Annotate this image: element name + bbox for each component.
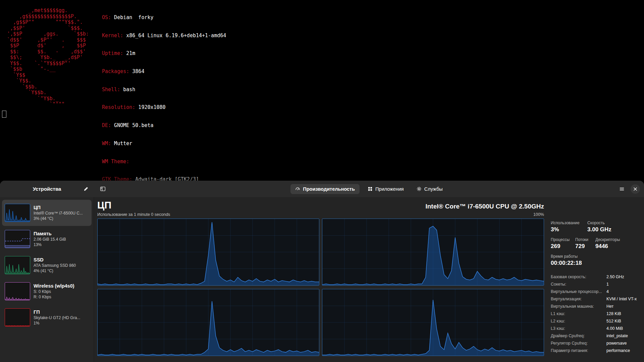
ssd-item-text: SSD ATA Samsung SSD 860 4% (41 °C)	[34, 257, 76, 273]
terminal-cursor[interactable]	[2, 111, 6, 118]
threads-label: Потоки	[575, 237, 595, 242]
info-line: WM: Mutter	[102, 141, 238, 147]
tab-performance-label: Производительность	[303, 186, 355, 192]
memory-item-text: Память 2.06 GiB 15.4 GiB 13%	[34, 231, 66, 247]
gear-icon	[417, 186, 422, 191]
device-name: SSD	[34, 257, 76, 262]
detail-row: Параметр питания:performance	[551, 347, 641, 354]
gpu-item-text: ГП Skylake-U GT2 (HD Gra... 1%	[34, 309, 80, 325]
process-stats-block: Процессы Потоки Дескрипторы 269 729 9446	[551, 237, 641, 250]
memory-thumbnail	[5, 230, 30, 248]
sidebar-title: Устройства	[33, 186, 61, 192]
detail-row: L3 кэш:4.00 MiB	[551, 325, 641, 332]
processes-label: Процессы	[551, 237, 575, 242]
performance-view: ЦП Intel® Core™ i7-6500U CPU @ 2.50GHz И…	[94, 197, 644, 362]
processes-value: 269	[551, 243, 575, 250]
device-name: Память	[34, 231, 66, 236]
device-sent: S: 0 Kbps	[34, 289, 74, 294]
cpu-model-name: Intel® Core™ i7-6500U CPU @ 2.50GHz	[425, 203, 544, 210]
cpu-core-graph-1	[97, 219, 319, 286]
detail-row: Регулятор Cpufreq:powersave	[551, 340, 641, 347]
detail-row: Виртуализация:KVM / Intel VT-x	[551, 295, 641, 303]
apps-grid-icon	[368, 186, 373, 191]
info-line: WM Theme:	[102, 159, 238, 165]
detail-row: Виртуальная машина:Нет	[551, 303, 641, 310]
sidebar-toggle-button[interactable]	[97, 184, 108, 194]
graphs-column: ЦП Intel® Core™ i7-6500U CPU @ 2.50GHz И…	[97, 200, 544, 362]
sidebar-item-gpu[interactable]: ГП Skylake-U GT2 (HD Gra... 1%	[2, 304, 92, 330]
sidebar-header: Устройства	[0, 181, 94, 197]
uptime-label: Время работы	[551, 254, 641, 259]
device-desc: 2.06 GiB 15.4 GiB	[34, 237, 66, 242]
detail-row: Драйвер Cpufreq:intel_pstate	[551, 332, 641, 340]
device-usage: 3% (44 °C)	[34, 216, 83, 221]
tab-services-label: Службы	[424, 186, 443, 192]
handles-label: Дескрипторы	[595, 237, 641, 242]
info-line: Shell: bash	[102, 87, 238, 93]
device-received: R: 0 Kbps	[34, 295, 74, 299]
info-line: Resolution: 644x362	[102, 105, 238, 111]
cpu-thumb-graph	[5, 204, 30, 222]
device-usage: 4% (41 °C)	[34, 268, 76, 273]
usage-label: Использование	[551, 221, 587, 225]
headerbar: Устройства Производительность Приложения	[0, 181, 644, 197]
wireless-item-text: Wireless (wlp4s0) S: 0 Kbps R: 0 Kbps	[34, 283, 74, 299]
cpu-item-text: ЦП Intel® Core™ i7-6500U C... 3% (44 °C)	[34, 205, 83, 221]
title-row: ЦП Intel® Core™ i7-6500U CPU @ 2.50GHz	[97, 200, 544, 211]
usage-speed-block: Использование Скорость 3% 3.00 GHz	[551, 221, 641, 233]
hamburger-menu-icon	[619, 186, 625, 192]
cpu-stats-panel: Использование Скорость 3% 3.00 GHz Проце…	[551, 200, 641, 362]
graph-caption: Использование за 1 minute 0 seconds	[97, 212, 170, 217]
devices-sidebar: ЦП Intel® Core™ i7-6500U C... 3% (44 °C)…	[0, 197, 94, 362]
info-line: Uptime: 21m	[102, 51, 238, 57]
sidebar-item-wireless[interactable]: Wireless (wlp4s0) S: 0 Kbps R: 0 Kbps	[2, 278, 92, 304]
info-line: Kernel: x86_64 Linux 6.19.6+deb14+1-amd6…	[102, 33, 238, 39]
gpu-thumbnail	[5, 308, 30, 326]
sidebar-toggle-icon	[100, 186, 106, 192]
sidebar-item-cpu[interactable]: ЦП Intel® Core™ i7-6500U C... 3% (44 °C)	[2, 200, 92, 226]
device-usage: 13%	[34, 242, 66, 247]
device-name: Wireless (wlp4s0)	[34, 283, 74, 289]
wireless-thumbnail	[5, 282, 30, 300]
close-window-button[interactable]	[631, 184, 640, 194]
tab-services[interactable]: Службы	[412, 184, 447, 194]
threads-value: 729	[575, 243, 595, 250]
core-graphs-grid	[97, 219, 544, 356]
cpu-thumbnail	[5, 204, 30, 222]
tab-applications-label: Приложения	[375, 186, 404, 192]
speed-value: 3.00 GHz	[587, 226, 641, 233]
memory-thumb-graph	[5, 230, 30, 248]
caption-row: Использование за 1 minute 0 seconds 100%	[97, 212, 544, 217]
window-controls	[616, 184, 640, 194]
detail-row: Сокеты:1	[551, 281, 641, 288]
device-name: ГП	[34, 309, 80, 315]
device-desc: Intel® Core™ i7-6500U C...	[34, 211, 83, 216]
view-tabs: Производительность Приложения Службы	[290, 184, 447, 194]
header-main: Производительность Приложения Службы	[94, 181, 644, 197]
device-desc: ATA Samsung SSD 860	[34, 263, 76, 268]
system-monitor-window: Устройства Производительность Приложения	[0, 181, 644, 362]
speedometer-icon	[295, 186, 300, 191]
uptime-block: Время работы 00:00:22:18	[551, 254, 641, 266]
pencil-icon	[84, 186, 89, 191]
gpu-thumb-graph	[5, 309, 30, 326]
tab-performance[interactable]: Производительность	[290, 184, 360, 194]
detail-row: Виртуальные процессор...4	[551, 288, 641, 295]
info-line: Packages: 3864	[102, 69, 238, 75]
device-usage: 1%	[34, 321, 80, 325]
graph-max-label: 100%	[533, 212, 544, 217]
cpu-details-list: Базовая скорость:2.50 GHz Сокеты:1 Вирту…	[551, 273, 641, 354]
tab-applications[interactable]: Приложения	[363, 184, 409, 194]
usage-value: 3%	[551, 226, 587, 233]
sidebar-item-ssd[interactable]: SSD ATA Samsung SSD 860 4% (41 °C)	[2, 252, 92, 278]
detail-row: L1 кэш:128 KiB	[551, 310, 641, 317]
main-menu-button[interactable]	[616, 184, 627, 194]
ssd-thumb-graph	[5, 256, 30, 274]
info-line: DE: GNOME 50.beta	[102, 123, 238, 129]
cpu-core-graph-4	[322, 289, 544, 356]
sidebar-item-memory[interactable]: Память 2.06 GiB 15.4 GiB 13%	[2, 226, 92, 252]
cpu-core-graph-3	[97, 289, 319, 356]
edit-devices-button[interactable]	[80, 184, 91, 194]
page-title: ЦП	[97, 200, 111, 211]
detail-row: Базовая скорость:2.50 GHz	[551, 273, 641, 281]
